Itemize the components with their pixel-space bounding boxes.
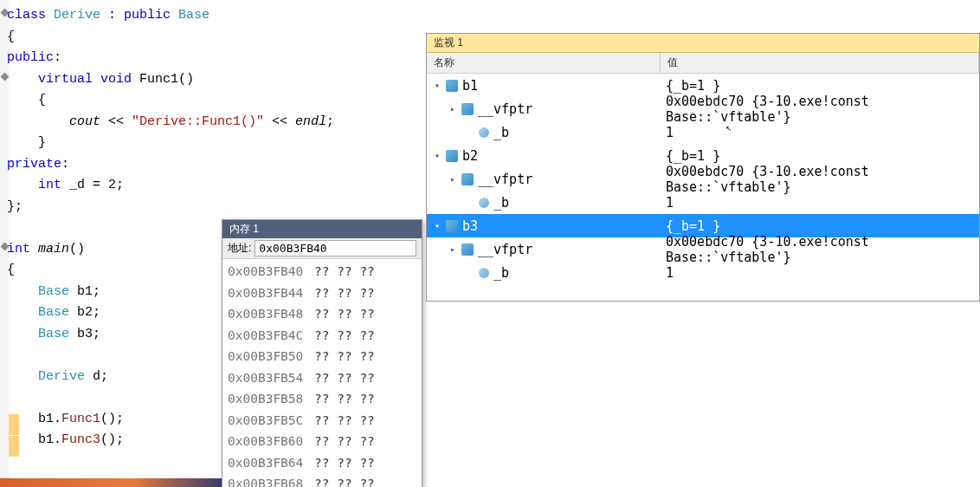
memory-row[interactable]: 0x00B3FB5C?? ?? ?? xyxy=(228,410,416,432)
collapse-icon[interactable]: ▾ xyxy=(432,81,442,91)
watch-header: 名称 值 xyxy=(427,53,979,74)
memory-row[interactable]: 0x00B3FB64?? ?? ?? xyxy=(228,452,416,474)
watch-var-name: _b xyxy=(493,125,509,140)
memory-panel: 内存 1 地址: 0x00B3FB40?? ?? ??0x00B3FB44?? … xyxy=(222,219,422,487)
code-line[interactable]: private: xyxy=(7,154,433,176)
code-line[interactable]: class Derive : public Base xyxy=(7,5,433,27)
watch-var-name: b3 xyxy=(462,218,478,234)
field-icon xyxy=(479,268,489,278)
struct-icon xyxy=(446,220,458,232)
code-line[interactable]: } xyxy=(7,133,433,154)
code-line[interactable]: int _d = 2; xyxy=(7,175,433,197)
watch-body: ▾b1{_b=1 }▸__vfptr0x00ebdc70 {3-10.exe!c… xyxy=(427,74,979,284)
memory-row[interactable]: 0x00B3FB50?? ?? ?? xyxy=(228,346,416,367)
struct-icon xyxy=(446,80,458,92)
struct-icon xyxy=(446,150,458,162)
code-line[interactable]: { xyxy=(7,90,433,112)
watch-var-value: 1 xyxy=(661,265,979,281)
memory-row[interactable]: 0x00B3FB48?? ?? ?? xyxy=(228,303,416,325)
watch-row[interactable]: ▸__vfptr0x00ebdc70 {3-10.exe!const Base:… xyxy=(427,167,979,191)
watch-var-value: 0x00ebdc70 {3-10.exe!const Base::`vftabl… xyxy=(661,94,979,125)
memory-row[interactable]: 0x00B3FB40?? ?? ?? xyxy=(228,261,416,282)
watch-var-value: 0x00ebdc70 {3-10.exe!const Base::`vftabl… xyxy=(661,234,979,265)
tree-spacer xyxy=(465,268,475,278)
watch-row[interactable]: _b1 xyxy=(427,120,979,144)
watch-var-name: _b xyxy=(493,265,509,281)
tree-spacer xyxy=(465,127,475,138)
memory-address-bar: 地址: xyxy=(222,238,422,259)
watch-var-value: {_b=1 } xyxy=(661,218,979,234)
watch-var-name: __vfptr xyxy=(478,242,532,257)
memory-body: 0x00B3FB40?? ?? ??0x00B3FB44?? ?? ??0x00… xyxy=(222,259,422,487)
expand-icon[interactable]: ▸ xyxy=(448,174,458,185)
watch-title: 监视 1 xyxy=(427,34,979,53)
expand-icon[interactable]: ▸ xyxy=(448,244,458,255)
expand-icon[interactable]: ▸ xyxy=(448,104,458,114)
collapse-icon[interactable]: ▾ xyxy=(432,151,442,161)
memory-address-label: 地址: xyxy=(228,241,251,256)
watch-var-name: __vfptr xyxy=(478,172,532,187)
collapse-icon[interactable]: ▾ xyxy=(432,221,442,231)
memory-title: 内存 1 xyxy=(222,220,422,238)
tree-spacer xyxy=(465,198,475,208)
struct-icon xyxy=(461,173,474,185)
watch-var-value: 1 xyxy=(661,125,979,140)
watch-col-name[interactable]: 名称 xyxy=(427,53,661,73)
memory-address-input[interactable] xyxy=(255,240,416,256)
watch-var-name: __vfptr xyxy=(478,101,532,117)
field-icon xyxy=(479,127,489,138)
watch-var-name: b1 xyxy=(462,78,478,94)
memory-row[interactable]: 0x00B3FB68?? ?? ?? xyxy=(228,473,416,487)
code-line[interactable]: virtual void Func1() xyxy=(7,69,433,91)
watch-var-value: 0x00ebdc70 {3-10.exe!const Base::`vftabl… xyxy=(661,164,979,195)
watch-var-value: {_b=1 } xyxy=(661,148,979,164)
memory-row[interactable]: 0x00B3FB60?? ?? ?? xyxy=(228,431,416,452)
watch-var-name: b2 xyxy=(462,148,478,164)
watch-row[interactable]: ▸__vfptr0x00ebdc70 {3-10.exe!const Base:… xyxy=(427,237,979,261)
watch-var-name: _b xyxy=(493,195,509,211)
memory-row[interactable]: 0x00B3FB44?? ?? ?? xyxy=(228,282,416,304)
field-icon xyxy=(479,198,489,208)
memory-row[interactable]: 0x00B3FB4C?? ?? ?? xyxy=(228,325,416,347)
watch-row[interactable]: _b1 xyxy=(427,261,979,284)
code-line[interactable]: { xyxy=(7,27,433,49)
struct-icon xyxy=(461,103,474,115)
code-line[interactable]: public: xyxy=(7,48,433,69)
watch-row[interactable]: ▸__vfptr0x00ebdc70 {3-10.exe!const Base:… xyxy=(427,97,979,120)
code-line[interactable]: }; xyxy=(7,197,433,218)
watch-row[interactable]: _b1 xyxy=(427,191,979,214)
code-line[interactable]: cout << "Derive::Func1()" << endl; xyxy=(7,112,433,133)
memory-row[interactable]: 0x00B3FB58?? ?? ?? xyxy=(228,388,416,410)
memory-row[interactable]: 0x00B3FB54?? ?? ?? xyxy=(228,367,416,389)
status-bar xyxy=(0,478,222,487)
watch-panel: 监视 1 名称 值 ▾b1{_b=1 }▸__vfptr0x00ebdc70 {… xyxy=(426,33,980,302)
watch-var-value: 1 xyxy=(661,195,979,211)
watch-col-value[interactable]: 值 xyxy=(661,53,979,73)
watch-var-value: {_b=1 } xyxy=(661,78,979,94)
struct-icon xyxy=(461,244,474,256)
